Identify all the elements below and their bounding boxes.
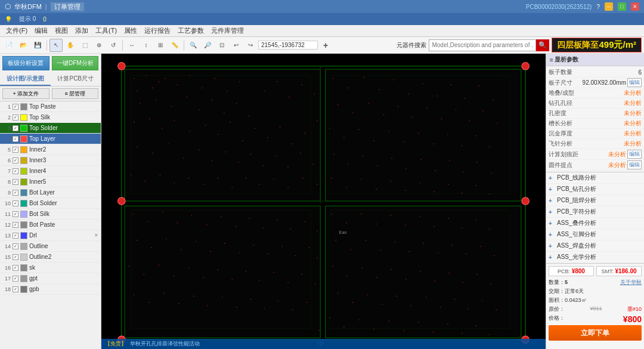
analysis-pcb-char[interactable]: + PCB_字符分析 <box>546 206 644 218</box>
layer-check[interactable] <box>13 211 18 217</box>
huaqiu-link[interactable]: 关于华秋 <box>620 279 642 286</box>
layer-item[interactable]: 8 Inner5 <box>0 177 101 187</box>
layer-manage-btn[interactable]: ≡ 层管理 <box>52 88 99 99</box>
layer-check[interactable] <box>13 115 18 121</box>
tool-save[interactable]: 💾 <box>31 39 44 52</box>
design-nav-schematic[interactable]: 设计图/示意图 <box>0 73 51 86</box>
tool-redo[interactable]: ↪ <box>244 39 257 52</box>
design-nav-pcb-size[interactable]: 计算PCB尺寸 <box>51 73 101 86</box>
dfm-settings-btn[interactable]: 板级分析设置 <box>2 56 49 70</box>
tool-undo[interactable]: ↩ <box>230 39 243 52</box>
layer-check[interactable] <box>13 233 18 239</box>
layer-check[interactable] <box>13 157 18 163</box>
tool-mirror-v[interactable]: ↕ <box>140 39 153 52</box>
maximize-btn[interactable]: □ <box>618 2 626 11</box>
menu-report[interactable]: 运行报告 <box>141 25 174 36</box>
tool-open[interactable]: 📂 <box>17 39 30 52</box>
analysis-ass-pad[interactable]: + ASS_焊盘分析 <box>546 240 644 252</box>
svg-point-51 <box>168 143 169 144</box>
dfm-analyze-btn[interactable]: 一键DFM分析 <box>52 56 99 70</box>
layer-item[interactable]: 11 Bot Silk <box>0 209 101 220</box>
tool-pan[interactable]: ⊕ <box>92 39 106 52</box>
analysis-pcb-mask[interactable]: + PCB_阻焊分析 <box>546 195 644 206</box>
tab-order[interactable]: 订单管理 <box>51 2 84 11</box>
layer-check[interactable] <box>13 147 18 153</box>
analysis-pcb-trace[interactable]: + PCB_线路分析 <box>546 172 644 184</box>
ad-banner[interactable]: 四层板降至499元/m² <box>552 38 642 52</box>
order-button[interactable]: 立即下单 <box>549 325 642 341</box>
layer-item[interactable]: 1 Top Paste <box>0 101 101 112</box>
layer-check[interactable] <box>13 168 18 174</box>
tool-zoom-in[interactable]: 🔍 <box>187 39 200 52</box>
help-icon[interactable]: ? <box>596 4 600 10</box>
svg-point-83 <box>422 83 423 84</box>
analysis-ass-stack[interactable]: + ASS_叠件分析 <box>546 218 644 229</box>
menu-components[interactable]: 元件库管理 <box>208 25 247 36</box>
svg-point-136 <box>489 194 490 195</box>
tool-add[interactable]: + <box>319 39 332 52</box>
area-label: 面积：0.0423㎡ <box>549 297 587 304</box>
tool-measure[interactable]: 📏 <box>168 39 181 52</box>
analysis-pcb-drill[interactable]: + PCB_钻孔分析 <box>546 184 644 195</box>
svg-point-67 <box>188 178 190 179</box>
layer-check[interactable] <box>13 276 18 282</box>
tool-align[interactable]: ⊞ <box>154 39 167 52</box>
layer-item[interactable]: 7 Inner4 <box>0 166 101 177</box>
layer-item[interactable]: 17 gpt <box>0 273 101 284</box>
layer-item[interactable]: 15 Outline2 <box>0 252 101 262</box>
layer-check[interactable] <box>13 125 18 131</box>
minimize-btn[interactable]: ─ <box>605 2 613 11</box>
search-input[interactable] <box>429 39 536 51</box>
close-btn[interactable]: ✕ <box>631 2 639 11</box>
layer-check[interactable] <box>13 136 18 142</box>
tool-cursor[interactable]: ↖ <box>49 39 63 52</box>
layer-check[interactable] <box>13 243 18 249</box>
param-edit-btn[interactable]: 编辑 <box>627 78 642 87</box>
param-edit-btn3[interactable]: 编辑 <box>627 160 642 169</box>
layer-item[interactable]: 3 Top Solder <box>0 123 101 134</box>
layer-check[interactable] <box>13 190 18 196</box>
layer-item[interactable]: 5 Inner2 <box>0 144 101 155</box>
tool-select[interactable]: ⬚ <box>78 39 91 52</box>
layer-item[interactable]: 9 Bot Layer <box>0 187 101 198</box>
svg-point-137 <box>132 214 134 215</box>
layer-item[interactable]: 12 Bot Paste <box>0 220 101 230</box>
bottom-notice[interactable]: 【免责】 华秋开孔孔排萘泽弦性能活动 <box>101 339 546 349</box>
layer-check[interactable] <box>13 104 18 110</box>
analysis-ass-pin[interactable]: + ASS_引脚分析 <box>546 229 644 240</box>
menu-file[interactable]: 文件(F) <box>2 25 31 36</box>
param-edit-btn2[interactable]: 编辑 <box>627 150 642 159</box>
tool-new[interactable]: 📄 <box>2 39 16 52</box>
analysis-ass-optical[interactable]: + ASS_光学分析 <box>546 252 644 263</box>
layer-item[interactable]: 13 Drl ✕ <box>0 230 101 241</box>
tool-zoom-out[interactable]: 🔎 <box>201 39 214 52</box>
layer-item[interactable]: 10 Bot Solder <box>0 198 101 209</box>
layer-check[interactable] <box>13 222 18 228</box>
layer-check[interactable] <box>13 200 18 206</box>
menu-view[interactable]: 视图 <box>51 25 72 36</box>
layer-item[interactable]: 6 Inner3 <box>0 155 101 166</box>
tool-move[interactable]: ✋ <box>64 39 77 52</box>
layer-item[interactable]: 4 Top Layer <box>0 134 101 144</box>
search-button[interactable]: 🔍 <box>536 39 549 51</box>
layer-color <box>20 264 27 271</box>
menu-add[interactable]: 添加 <box>72 25 92 36</box>
layer-check[interactable] <box>13 179 18 185</box>
layer-item[interactable]: 2 Top Silk <box>0 112 101 123</box>
tool-rotate[interactable]: ↺ <box>107 39 120 52</box>
tool-mirror-h[interactable]: ↔ <box>125 39 138 52</box>
tool-zoom-fit[interactable]: ⊡ <box>215 39 228 52</box>
layer-check[interactable] <box>13 286 18 292</box>
menu-process[interactable]: 工艺参数 <box>174 25 208 36</box>
layer-item[interactable]: 18 gpb <box>0 284 101 295</box>
menu-props[interactable]: 属性 <box>120 25 141 36</box>
layer-item[interactable]: 14 Outline <box>0 241 101 252</box>
layer-item[interactable]: 16 sk <box>0 262 101 273</box>
menu-edit[interactable]: 编辑 <box>31 25 51 36</box>
center-canvas[interactable]: Ean 【免责】 华秋开孔孔排萘泽弦性能活动 <box>101 54 546 349</box>
layer-check[interactable] <box>13 265 18 271</box>
add-file-btn[interactable]: + 添加文件 <box>2 88 49 99</box>
svg-point-131 <box>419 183 420 184</box>
layer-check[interactable] <box>13 254 18 260</box>
menu-tools[interactable]: 工具(T) <box>92 25 120 36</box>
